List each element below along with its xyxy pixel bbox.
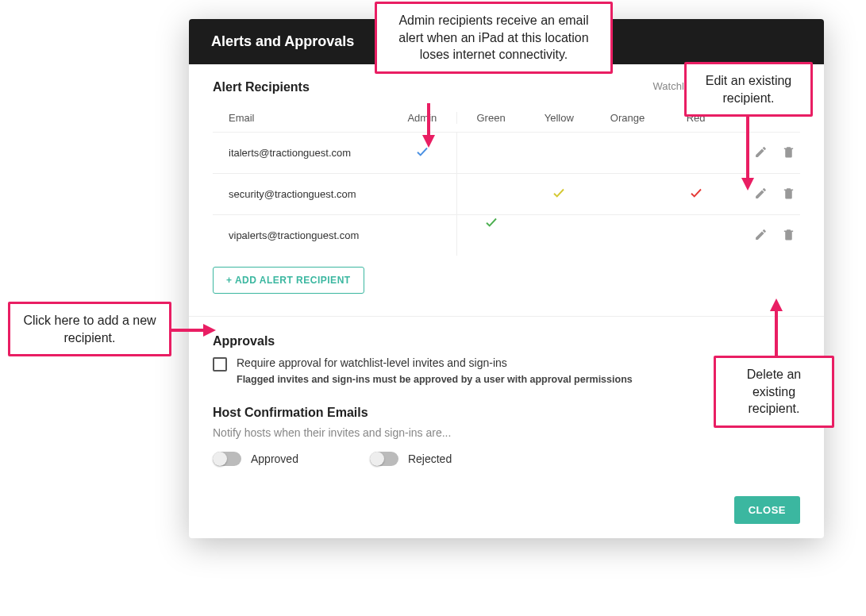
recipient-email: vipalerts@tractionguest.com [213,229,388,241]
annotation-delete: Delete an existing recipient. [714,356,834,428]
check-icon [689,191,703,202]
check-icon [415,149,429,161]
svg-marker-7 [203,324,216,337]
svg-marker-1 [422,135,435,148]
svg-marker-3 [741,178,754,191]
col-email: Email [213,112,388,124]
approved-toggle[interactable] [213,452,241,466]
col-green: Green [456,112,525,124]
recipients-table: Email Admin Green Yellow Orange Red ital… [213,104,800,256]
table-row: vipalerts@tractionguest.com [213,214,800,256]
require-approval-checkbox[interactable] [213,357,227,372]
check-icon [552,191,566,202]
host-confirmation-sub: Notify hosts when their invites and sign… [213,426,800,439]
check-icon [484,220,498,232]
annotation-edit-arrow [740,108,756,194]
rejected-toggle[interactable] [370,452,398,466]
annotation-delete-arrow [768,298,784,364]
recipient-email: security@tractionguest.com [213,188,388,200]
approvals-heading: Approvals [213,334,800,348]
svg-marker-5 [770,298,783,311]
delete-icon[interactable] [782,228,795,244]
require-approval-sublabel: Flagged invites and sign-ins must be app… [237,374,633,385]
col-orange: Orange [593,112,661,124]
rejected-toggle-label: Rejected [408,452,452,465]
edit-icon[interactable] [754,145,768,161]
edit-icon[interactable] [754,187,768,202]
annotation-add: Click here to add a new recipient. [8,302,171,356]
annotation-add-arrow [170,322,216,341]
edit-icon[interactable] [754,228,768,244]
delete-icon[interactable] [782,145,795,161]
add-alert-recipient-button[interactable]: + ADD ALERT RECIPIENT [213,267,364,294]
host-confirmation-heading: Host Confirmation Emails [213,406,800,420]
approved-toggle-label: Approved [251,452,298,465]
col-yellow: Yellow [525,112,593,124]
close-button[interactable]: CLOSE [734,496,800,524]
delete-icon[interactable] [782,187,795,202]
recipient-email: italerts@tractionguest.com [213,147,388,159]
table-row: security@tractionguest.com [213,173,800,214]
table-row: italerts@tractionguest.com [213,132,800,173]
annotation-admin-arrow [421,103,437,151]
divider [189,316,824,317]
annotation-edit: Edit an existing recipient. [684,62,813,117]
require-approval-label: Require approval for watchlist-level inv… [237,356,633,369]
annotation-admin: Admin recipients receive an email alert … [375,2,613,74]
